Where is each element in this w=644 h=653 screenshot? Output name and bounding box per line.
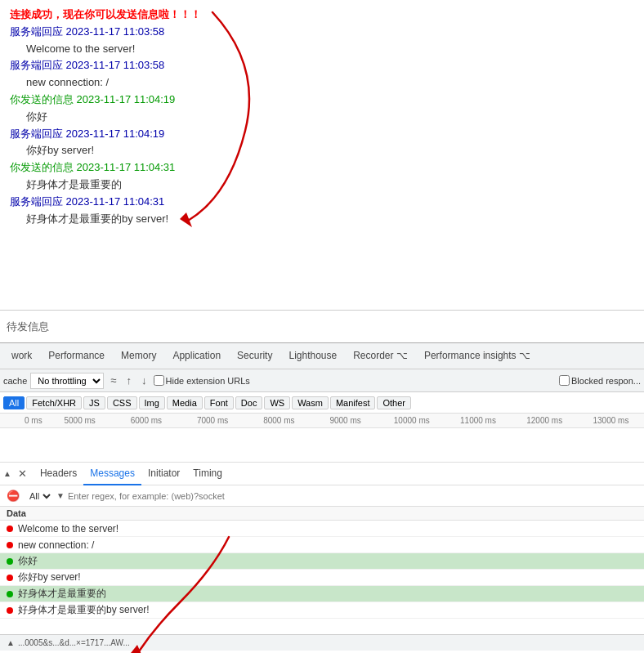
timeline-label: 6000 ms [113, 416, 179, 425]
message-row[interactable]: Welcome to the server! [0, 521, 644, 537]
messages-tab[interactable]: Headers [34, 463, 83, 485]
timeline-label: 12000 ms [512, 416, 578, 425]
pending-label: 待发信息 [7, 320, 49, 334]
message-text: 好身体才是最重要的 [18, 587, 106, 601]
upload-icon: ↑ [123, 373, 136, 388]
messages-list: Welcome to the server!new connection: /你… [0, 521, 644, 634]
filter-chip[interactable]: Manifest [330, 396, 376, 409]
chat-line: 服务端回应 2023-11-17 11:04:19 [10, 126, 634, 143]
filter-row: AllFetch/XHRJSCSSImgMediaFontDocWSWasmMa… [0, 392, 644, 414]
chat-line: 连接成功，现在你可以发送信息啦！！！ [10, 7, 634, 24]
filter-chip[interactable]: Other [377, 396, 411, 409]
messages-header: Data [0, 507, 644, 521]
filter-chip[interactable]: Fetch/XHR [26, 396, 82, 409]
filter-chip[interactable]: All [3, 396, 25, 409]
message-indicator [7, 575, 13, 581]
chat-area: 连接成功，现在你可以发送信息啦！！！服务端回应 2023-11-17 11:03… [0, 0, 644, 311]
devtools-tab[interactable]: Application [164, 343, 229, 369]
timeline-label: 5000 ms [47, 416, 113, 425]
message-row[interactable]: 好身体才是最重要的 [0, 586, 644, 602]
download-icon: ↓ [138, 373, 150, 388]
messages-tab[interactable]: Messages [83, 463, 141, 485]
message-text: new connection: / [18, 539, 94, 551]
filter-chip[interactable]: Wasm [292, 396, 329, 409]
filter-select[interactable]: All [26, 490, 53, 502]
filter-block-icon: ⛔ [3, 488, 23, 503]
message-row[interactable]: 你好 [0, 553, 644, 570]
expand-icon[interactable]: ▲ [3, 469, 11, 478]
filter-input[interactable] [68, 491, 641, 501]
filter-chip[interactable]: CSS [107, 396, 137, 409]
filter-chip[interactable]: Img [139, 396, 165, 409]
timeline-label: 10000 ms [378, 416, 445, 425]
message-text: 你好by server! [18, 570, 81, 584]
devtools-tab[interactable]: Recorder ⌥ [345, 343, 416, 369]
chat-line: 好身体才是最重要的 [10, 177, 634, 194]
devtools-tab[interactable]: work [3, 343, 40, 369]
timeline-labels: 0 ms5000 ms6000 ms7000 ms8000 ms9000 ms1… [0, 414, 644, 428]
status-expand-icon[interactable]: ▲ [7, 638, 15, 647]
close-button[interactable]: ✕ [15, 466, 30, 481]
blocked-resp-label[interactable]: Blocked respon... [559, 375, 641, 386]
pending-bar: 待发信息 [0, 311, 644, 343]
devtools-tabs: workPerformanceMemoryApplicationSecurity… [0, 343, 644, 369]
timeline-label: 8000 ms [246, 416, 312, 425]
chat-line: new connection: / [10, 74, 634, 92]
toolbar: cache No throttling ≈ ↑ ↓ Hide extension… [0, 369, 644, 392]
message-row[interactable]: 你好by server! [0, 570, 644, 586]
message-indicator [7, 558, 13, 565]
devtools-tab[interactable]: Performance [40, 343, 113, 369]
filter-chip[interactable]: Media [167, 396, 203, 409]
timeline-label: 7000 ms [180, 416, 246, 425]
message-indicator [7, 526, 13, 532]
chat-line: 服务端回应 2023-11-17 11:03:58 [10, 57, 634, 74]
message-text: Welcome to the server! [18, 523, 119, 534]
wifi-icon: ≈ [107, 373, 119, 388]
chat-line: 你发送的信息 2023-11-17 11:04:31 [10, 159, 634, 177]
message-row[interactable]: 好身体才是最重要的by server! [0, 602, 644, 619]
timeline-content [0, 428, 644, 462]
msg-tabs-container: HeadersMessagesInitiatorTiming [34, 463, 229, 485]
status-text: ...0005&s...&d...×=1717...AW... [18, 638, 130, 647]
blocked-resp-checkbox[interactable] [559, 375, 570, 386]
devtools-tab[interactable]: Memory [113, 343, 164, 369]
chat-line: Welcome to the server! [10, 41, 634, 58]
messages-filter: ⛔ All ▼ [0, 485, 644, 507]
message-indicator [7, 607, 13, 614]
chat-line: 你好by server! [10, 142, 634, 159]
chat-lines: 连接成功，现在你可以发送信息啦！！！服务端回应 2023-11-17 11:03… [10, 7, 634, 227]
hide-ext-checkbox[interactable] [154, 375, 164, 386]
chat-line: 服务端回应 2023-11-17 11:03:58 [10, 24, 634, 41]
messages-toolbar: ▲ ✕ HeadersMessagesInitiatorTiming [0, 463, 644, 485]
filter-chip[interactable]: Font [204, 396, 234, 409]
message-indicator [7, 591, 13, 597]
chat-line: 你好 [10, 109, 634, 126]
chat-line: 好身体才是最重要的by server! [10, 211, 634, 228]
message-row[interactable]: new connection: / [0, 537, 644, 553]
timeline-label: 11000 ms [445, 416, 511, 425]
message-indicator [7, 542, 13, 548]
filter-chip[interactable]: JS [83, 396, 105, 409]
throttle-select[interactable]: No throttling [30, 373, 104, 389]
cache-label: cache [3, 376, 27, 386]
devtools-tab[interactable]: Lighthouse [280, 343, 345, 369]
messages-tab[interactable]: Timing [186, 463, 229, 485]
timeline-label-0: 0 ms [25, 416, 47, 425]
chat-line: 服务端回应 2023-11-17 11:04:31 [10, 194, 634, 211]
devtools-tab[interactable]: Security [229, 343, 280, 369]
timeline-label: 13000 ms [578, 416, 644, 425]
message-text: 你好 [18, 554, 38, 568]
hide-ext-label[interactable]: Hide extension URLs [154, 375, 250, 386]
filter-chip[interactable]: WS [264, 396, 290, 409]
messages-tab[interactable]: Initiator [141, 463, 186, 485]
message-text: 好身体才是最重要的by server! [18, 603, 150, 617]
timeline-label: 9000 ms [312, 416, 378, 425]
chat-line: 你发送的信息 2023-11-17 11:04:19 [10, 92, 634, 109]
filter-chip[interactable]: Doc [235, 396, 263, 409]
timeline: 0 ms5000 ms6000 ms7000 ms8000 ms9000 ms1… [0, 414, 644, 463]
filter-arrow-icon: ▼ [56, 491, 65, 500]
status-bar: ▲ ...0005&s...&d...×=1717...AW... [0, 634, 644, 651]
messages-panel: ▲ ✕ HeadersMessagesInitiatorTiming ⛔ All… [0, 463, 644, 634]
devtools-tab[interactable]: Performance insights ⌥ [416, 343, 539, 369]
